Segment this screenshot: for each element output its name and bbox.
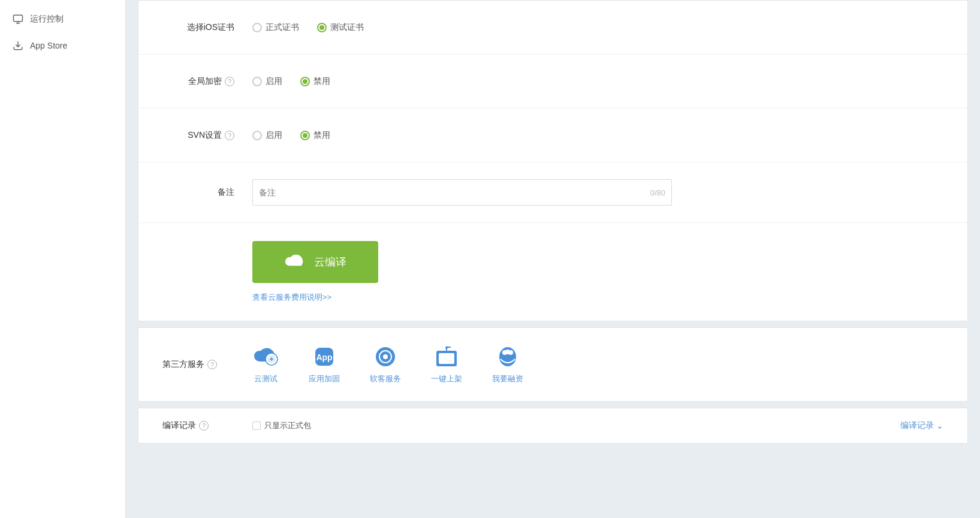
remark-field[interactable]	[259, 188, 650, 197]
compile-button[interactable]: 云编译	[252, 241, 378, 283]
remark-input-wrapper: 0/80	[252, 179, 672, 206]
svn-help-icon[interactable]: ?	[225, 131, 234, 140]
global-encrypt-label: 全局加密 ?	[162, 76, 234, 87]
radio-encrypt-enable	[252, 77, 262, 86]
svg-point-12	[383, 354, 388, 359]
service-cloud-test[interactable]: 云测试	[252, 345, 279, 384]
records-label: 编译记录 ?	[162, 420, 234, 431]
app-reinforce-icon: App	[311, 345, 337, 369]
ios-cert-row: 选择iOS证书 正式证书 测试证书	[138, 1, 967, 55]
svg-rect-0	[14, 15, 23, 22]
service-financing[interactable]: 我要融资	[492, 345, 523, 384]
svg-rect-14	[439, 353, 454, 364]
sidebar-item-appstore-label: App Store	[30, 41, 67, 50]
service-app-reinforce[interactable]: App 应用加固	[309, 345, 340, 384]
third-party-card: 第三方服务 ? 云测试	[138, 327, 968, 402]
global-encrypt-options: 启用 禁用	[252, 76, 943, 87]
records-card: 编译记录 ? 只显示正式包 编译记录 ⌄	[138, 408, 968, 444]
global-encrypt-help-icon[interactable]: ?	[225, 77, 234, 86]
sidebar: 运行控制 App Store	[0, 0, 126, 518]
financing-icon	[494, 345, 521, 369]
svn-options: 启用 禁用	[252, 130, 943, 141]
global-encrypt-row: 全局加密 ? 启用 禁用	[138, 55, 967, 109]
chevron-down-icon: ⌄	[936, 421, 943, 430]
records-link[interactable]: 编译记录 ⌄	[900, 420, 943, 431]
svn-label: SVN设置 ?	[162, 130, 234, 141]
remark-count: 0/80	[650, 188, 665, 197]
remark-label: 备注	[162, 187, 234, 198]
services-list: 云测试 App 应用加固	[252, 345, 523, 384]
svg-rect-20	[506, 350, 509, 354]
service-soft-service[interactable]: 软客服务	[370, 345, 401, 384]
records-help-icon[interactable]: ?	[199, 421, 209, 430]
remark-row: 备注 0/80	[138, 162, 967, 223]
svn-disable[interactable]: 禁用	[300, 130, 330, 141]
radio-svn-enable	[252, 131, 262, 140]
cloud-test-icon	[252, 345, 279, 369]
sidebar-item-app-store[interactable]: App Store	[0, 32, 125, 59]
show-official-checkbox[interactable]: 只显示正式包	[252, 420, 311, 431]
soft-service-icon	[372, 345, 399, 369]
third-party-help-icon[interactable]: ?	[207, 360, 217, 369]
encrypt-enable[interactable]: 启用	[252, 76, 282, 87]
radio-encrypt-disable	[300, 77, 310, 86]
cloud-compile-icon	[284, 254, 306, 270]
download-icon	[12, 40, 24, 52]
radio-svn-disable	[300, 131, 310, 140]
ios-cert-options: 正式证书 测试证书	[252, 22, 943, 33]
service-one-key-launch[interactable]: 一键上架	[431, 345, 462, 384]
monitor-icon	[12, 13, 24, 25]
radio-test	[317, 23, 327, 32]
radio-official	[252, 23, 262, 32]
third-party-label: 第三方服务 ?	[162, 359, 234, 370]
settings-card: 选择iOS证书 正式证书 测试证书 全局加密 ?	[138, 0, 968, 321]
sidebar-item-run-control[interactable]: 运行控制	[0, 6, 125, 32]
ios-cert-label: 选择iOS证书	[162, 22, 234, 33]
sidebar-item-run-label: 运行控制	[30, 14, 64, 25]
encrypt-disable[interactable]: 禁用	[300, 76, 330, 87]
main-content: 选择iOS证书 正式证书 测试证书 全局加密 ?	[126, 0, 980, 518]
compile-area: 云编译 查看云服务费用说明>>	[138, 223, 967, 321]
remark-content: 0/80	[252, 179, 943, 206]
ios-cert-test[interactable]: 测试证书	[317, 22, 364, 33]
ios-cert-official[interactable]: 正式证书	[252, 22, 299, 33]
svn-row: SVN设置 ? 启用 禁用	[138, 109, 967, 162]
service-fee-link[interactable]: 查看云服务费用说明>>	[252, 292, 943, 303]
checkbox-box	[252, 421, 261, 430]
one-key-launch-icon	[433, 345, 460, 369]
svg-text:App: App	[316, 353, 332, 362]
svn-enable[interactable]: 启用	[252, 130, 282, 141]
